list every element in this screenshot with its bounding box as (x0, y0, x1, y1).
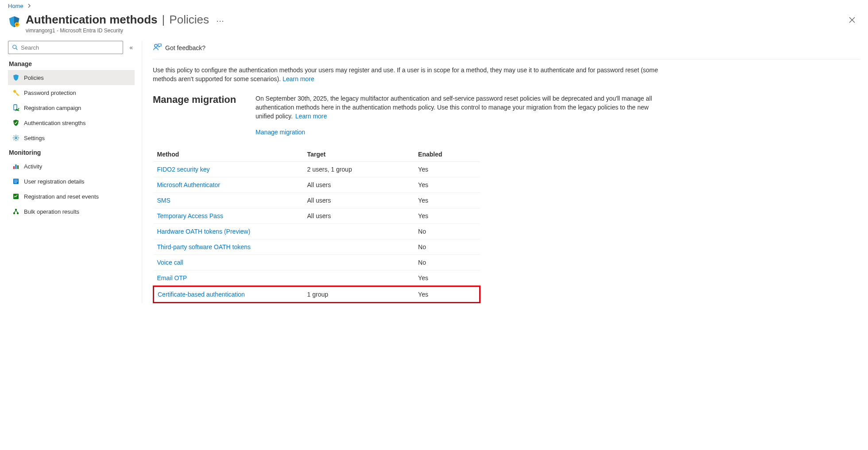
svg-rect-7 (17, 165, 19, 169)
svg-rect-5 (13, 166, 15, 169)
table-row[interactable]: Microsoft AuthenticatorAll usersYes (154, 177, 480, 193)
nav-item-label: Password protection (24, 90, 76, 96)
feedback-icon[interactable] (153, 43, 162, 53)
page-title: Authentication methods (26, 13, 158, 27)
methods-table: Method Target Enabled FIDO2 security key… (153, 147, 480, 303)
table-row[interactable]: FIDO2 security key2 users, 1 groupYes (154, 162, 480, 177)
nav-item-label: Bulk operation results (24, 208, 79, 215)
nav-item-authentication-strengths[interactable]: Authentication strengths (8, 115, 135, 130)
nav-item-label: Registration campaign (24, 105, 81, 111)
target-cell (304, 255, 415, 270)
method-link[interactable]: Hardware OATH tokens (Preview) (157, 228, 251, 235)
method-link[interactable]: Third-party software OATH tokens (157, 243, 251, 250)
content: Got feedback? Use this policy to configu… (142, 41, 860, 303)
svg-rect-6 (16, 164, 17, 169)
search-icon (12, 44, 18, 51)
method-link[interactable]: Certificate-based authentication (158, 291, 245, 298)
col-method[interactable]: Method (154, 147, 304, 162)
events-icon (12, 193, 19, 200)
nav-item-registration-campaign[interactable]: Registration campaign (8, 100, 135, 115)
enabled-cell: Yes (415, 208, 480, 224)
svg-point-10 (15, 209, 17, 211)
more-icon[interactable]: ⋯ (213, 16, 227, 26)
svg-point-4 (15, 137, 17, 139)
manage-migration-link[interactable]: Manage migration (256, 128, 667, 137)
nav-item-policies[interactable]: Policies (8, 70, 135, 85)
target-cell: All users (304, 193, 415, 208)
enabled-cell: Yes (415, 193, 480, 208)
target-cell: All users (304, 177, 415, 193)
svg-point-12 (17, 212, 19, 214)
table-row[interactable]: Third-party software OATH tokensNo (154, 239, 480, 255)
breadcrumb-home[interactable]: Home (8, 3, 23, 9)
table-row[interactable]: Hardware OATH tokens (Preview)No (154, 224, 480, 239)
nav-item-label: Policies (24, 74, 44, 81)
key-icon (12, 89, 19, 96)
gear-icon (12, 134, 19, 141)
nodes-icon (12, 208, 19, 215)
migration-learn-more[interactable]: Learn more (295, 113, 327, 120)
nav-section-monitoring: Monitoring (9, 149, 135, 156)
nav-item-settings[interactable]: Settings (8, 130, 135, 145)
method-link[interactable]: Email OTP (157, 274, 187, 282)
col-target[interactable]: Target (304, 147, 415, 162)
enabled-cell: No (415, 239, 480, 255)
feedback-link[interactable]: Got feedback? (165, 44, 205, 51)
target-cell (304, 224, 415, 239)
enabled-cell: Yes (415, 286, 480, 303)
shield-auth-icon (8, 16, 20, 28)
svg-point-13 (155, 44, 157, 47)
nav-item-activity[interactable]: Activity (8, 159, 135, 174)
table-row[interactable]: Email OTPYes (154, 270, 480, 286)
method-link[interactable]: SMS (157, 197, 170, 204)
method-link[interactable]: FIDO2 security key (157, 166, 210, 173)
method-link[interactable]: Microsoft Authenticator (157, 181, 220, 188)
page-subtitle: vimrangorg1 - Microsoft Entra ID Securit… (26, 27, 227, 34)
shield-check-icon (12, 119, 19, 126)
method-link[interactable]: Temporary Access Pass (157, 212, 223, 219)
title-separator: | (162, 13, 165, 27)
nav-item-label: Settings (24, 135, 45, 141)
enabled-cell: No (415, 224, 480, 239)
close-icon[interactable] (844, 13, 860, 28)
chevron-right-icon (27, 3, 31, 9)
enabled-cell: Yes (415, 162, 480, 177)
table-row[interactable]: Voice callNo (154, 255, 480, 270)
table-row[interactable]: Temporary Access PassAll usersYes (154, 208, 480, 224)
nav-item-registration-reset-events[interactable]: Registration and reset events (8, 189, 135, 204)
phone-check-icon (12, 104, 19, 111)
table-row[interactable]: SMSAll usersYes (154, 193, 480, 208)
target-cell: All users (304, 208, 415, 224)
intro-learn-more[interactable]: Learn more (283, 75, 314, 82)
table-row[interactable]: Certificate-based authentication1 groupY… (154, 286, 480, 303)
bar-chart-icon (12, 163, 19, 170)
target-cell: 1 group (304, 286, 415, 303)
breadcrumb: Home (8, 3, 860, 9)
col-enabled[interactable]: Enabled (415, 147, 480, 162)
search-field[interactable] (18, 44, 119, 51)
shield-icon (12, 74, 19, 81)
nav-item-label: Activity (24, 163, 42, 170)
nav-item-bulk-operation-results[interactable]: Bulk operation results (8, 204, 135, 219)
intro-text: Use this policy to configure the authent… (153, 66, 666, 83)
nav-item-label: Registration and reset events (24, 193, 99, 200)
method-link[interactable]: Voice call (157, 259, 183, 266)
migration-heading: Manage migration (153, 94, 241, 137)
target-cell: 2 users, 1 group (304, 162, 415, 177)
enabled-cell: Yes (415, 270, 480, 286)
sidebar: « Manage Policies Password protection R (8, 41, 135, 303)
search-input[interactable] (8, 41, 123, 54)
nav-item-label: User registration details (24, 178, 85, 185)
nav-item-password-protection[interactable]: Password protection (8, 85, 135, 100)
nav-item-user-registration-details[interactable]: User registration details (8, 174, 135, 189)
target-cell (304, 239, 415, 255)
target-cell (304, 270, 415, 286)
list-icon (12, 178, 19, 185)
enabled-cell: No (415, 255, 480, 270)
nav-section-manage: Manage (9, 60, 135, 67)
svg-point-1 (13, 45, 16, 49)
page-section: Policies (169, 13, 209, 27)
nav-item-label: Authentication strengths (24, 120, 85, 126)
collapse-sidebar-icon[interactable]: « (128, 42, 135, 53)
enabled-cell: Yes (415, 177, 480, 193)
